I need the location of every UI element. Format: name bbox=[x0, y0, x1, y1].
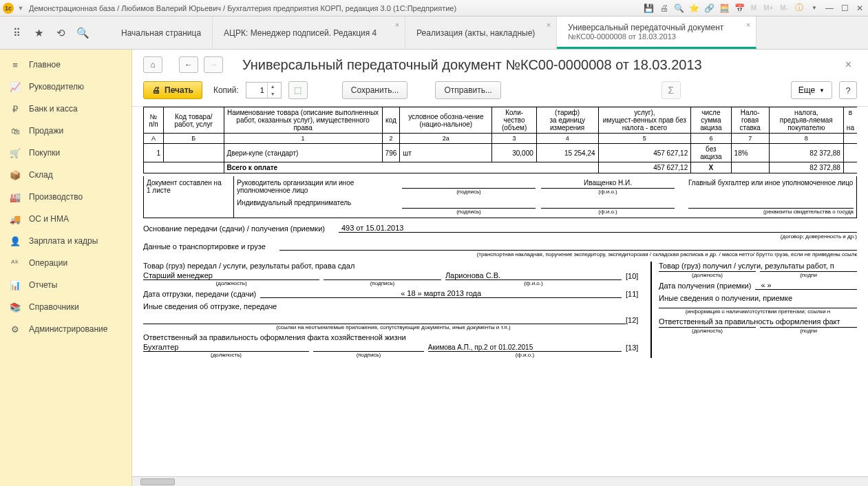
sum-button[interactable]: Σ bbox=[661, 81, 681, 99]
copies-input[interactable]: ▲▼ bbox=[246, 82, 282, 98]
info-icon[interactable]: ⓘ bbox=[794, 3, 805, 14]
maximize-icon[interactable]: ☐ bbox=[839, 3, 850, 14]
total-buyer: 82 372,88 bbox=[769, 162, 843, 173]
spin-down-icon[interactable]: ▼ bbox=[268, 90, 278, 98]
osnovanie-value: 493 от 15.01.2013 bbox=[339, 224, 857, 233]
minimize-icon[interactable]: — bbox=[824, 3, 835, 14]
sidebar-item-refs[interactable]: 📚Справочники bbox=[0, 296, 131, 318]
info-drop-icon[interactable]: ▼ bbox=[809, 3, 820, 14]
calc-icon[interactable]: 🧮 bbox=[719, 3, 730, 14]
sidebar-item-admin[interactable]: ⚙Администрирование bbox=[0, 318, 131, 340]
help-button[interactable]: ? bbox=[839, 81, 857, 99]
sidebar-label: Администрирование bbox=[29, 324, 107, 334]
cell-unit: шт bbox=[400, 144, 492, 162]
compare-icon[interactable]: 🔍 bbox=[674, 3, 685, 14]
tab-close-icon[interactable]: × bbox=[395, 21, 399, 29]
calendar-icon[interactable]: 📅 bbox=[734, 3, 745, 14]
tab-label: Реализация (акты, накладные) bbox=[416, 28, 537, 38]
m-minus-icon[interactable]: M- bbox=[779, 4, 790, 12]
m-icon[interactable]: M bbox=[750, 4, 758, 12]
back-button[interactable]: ← bbox=[179, 56, 198, 73]
print-button[interactable]: 🖨Печать bbox=[143, 81, 202, 99]
sidebar-item-reports[interactable]: 📊Отчеты bbox=[0, 274, 131, 296]
sidebar-item-salary[interactable]: 👤Зарплата и кадры bbox=[0, 230, 131, 252]
star-icon[interactable]: ★ bbox=[32, 26, 45, 40]
more-button[interactable]: Еще▼ bbox=[791, 81, 832, 99]
ssylki-right: (информация о наличии/отсутствии претенз… bbox=[659, 308, 857, 315]
sidebar-item-purchases[interactable]: 🛒Покупки bbox=[0, 142, 131, 164]
cell-code bbox=[163, 144, 224, 162]
tab-home[interactable]: Начальная страница bbox=[110, 17, 213, 49]
apps-icon[interactable]: ⠿ bbox=[10, 26, 23, 40]
idx-3: 3 bbox=[492, 134, 536, 144]
ruk-name: Иващенко Н.И. bbox=[541, 179, 675, 189]
n12: [12] bbox=[626, 316, 644, 324]
history-icon[interactable]: ⟲ bbox=[54, 26, 67, 40]
fio-left: Ларионова С.В. bbox=[445, 271, 622, 280]
forward-button[interactable]: → bbox=[204, 56, 223, 73]
table-row: 1 Двери-купе (стандарт) 796 шт 30,000 15… bbox=[144, 144, 858, 162]
sidebar-item-assets[interactable]: 🚚ОС и НМА bbox=[0, 208, 131, 230]
home-button[interactable]: ⌂ bbox=[143, 56, 162, 73]
tab-signatures[interactable]: АЦРК: Менеджер подписей. Редакция 4 × bbox=[213, 17, 405, 49]
sidebar-label: Отчеты bbox=[29, 280, 57, 290]
inye-left-label: Иные сведения об отгрузке, передаче bbox=[143, 302, 644, 310]
th-unit: условное обозна-чение (нацио-нальное) bbox=[400, 107, 492, 134]
save-icon[interactable]: 💾 bbox=[644, 3, 655, 14]
rekvizity-note: (реквизиты свидетельства о госуда bbox=[688, 209, 854, 215]
sidebar-item-warehouse[interactable]: 📦Склад bbox=[0, 164, 131, 186]
total-sum: 457 627,12 bbox=[598, 162, 691, 173]
ip-label: Индивидуальный предприниматель bbox=[237, 199, 351, 207]
podpis-note: (подпись) bbox=[402, 189, 536, 195]
th-excise: числесумма акциза bbox=[691, 107, 731, 134]
tab-tools: ⠿ ★ ⟲ 🔍 bbox=[0, 17, 110, 49]
close-icon[interactable]: ✕ bbox=[854, 3, 865, 14]
ruk-label: Руководитель организации или иное уполно… bbox=[237, 179, 354, 194]
m-plus-icon[interactable]: M+ bbox=[762, 4, 774, 12]
sidebar-label: Справочники bbox=[29, 302, 79, 312]
cell-rate: 18% bbox=[731, 144, 769, 162]
link-icon[interactable]: 🔗 bbox=[704, 3, 715, 14]
sidebar-item-operations[interactable]: ᴬᵏОперации bbox=[0, 252, 131, 274]
cell-excise: без акциза bbox=[691, 144, 731, 162]
print-label: Печать bbox=[165, 85, 193, 95]
tabstrip: ⠿ ★ ⟲ 🔍 Начальная страница АЦРК: Менедже… bbox=[0, 17, 868, 50]
sidebar: ≡Главное 📈Руководителю ₽Банк и касса 🛍Пр… bbox=[0, 50, 132, 486]
sidebar-item-production[interactable]: 🏭Производство bbox=[0, 186, 131, 208]
settings-button[interactable]: ⬚ bbox=[288, 81, 308, 99]
sidebar-item-manager[interactable]: 📈Руководителю bbox=[0, 76, 131, 98]
send-button[interactable]: Отправить... bbox=[435, 81, 501, 99]
copies-value[interactable] bbox=[246, 86, 267, 94]
print-icon[interactable]: 🖨 bbox=[659, 3, 670, 14]
scrollbar-thumb[interactable] bbox=[140, 478, 175, 485]
spin-up-icon[interactable]: ▲ bbox=[268, 83, 278, 90]
save-button[interactable]: Сохранить... bbox=[342, 81, 408, 99]
tab-realization[interactable]: Реализация (акты, накладные) × bbox=[405, 17, 557, 49]
th-kod: код bbox=[382, 107, 400, 134]
th-price: (тариф)за единицу измерения bbox=[536, 107, 598, 134]
sidebar-item-main[interactable]: ≡Главное bbox=[0, 54, 131, 76]
tab-close-icon[interactable]: × bbox=[547, 21, 551, 29]
horizontal-scrollbar[interactable] bbox=[132, 476, 868, 486]
th-rate: Нало-говая ставка bbox=[731, 107, 769, 134]
sidebar-label: Банк и касса bbox=[29, 104, 78, 114]
position-left: Старший менеджер bbox=[143, 271, 319, 280]
podpis-note: (подпись) bbox=[402, 209, 536, 215]
more-label: Еще bbox=[798, 85, 815, 95]
tab-close-icon[interactable]: × bbox=[746, 21, 750, 29]
sidebar-label: Операции bbox=[29, 258, 67, 268]
chart-icon: 📈 bbox=[10, 81, 21, 92]
favorite-icon[interactable]: ⭐ bbox=[689, 3, 700, 14]
tab-upd[interactable]: Универсальный передаточный документ №КС0… bbox=[557, 17, 756, 49]
document-close-icon[interactable]: × bbox=[840, 59, 857, 71]
ak-icon: ᴬᵏ bbox=[10, 257, 21, 268]
truck-icon: 🚚 bbox=[10, 213, 21, 224]
cell-num: 1 bbox=[144, 144, 164, 162]
dropdown-icon[interactable]: ▼ bbox=[17, 4, 25, 12]
titlebar: 1c ▼ Демонстрационная база / Любимов Вал… bbox=[0, 0, 868, 17]
date-val: « 18 » марта 2013 года bbox=[260, 289, 622, 298]
cell-qty: 30,000 bbox=[492, 144, 536, 162]
sidebar-item-sales[interactable]: 🛍Продажи bbox=[0, 120, 131, 142]
search-icon[interactable]: 🔍 bbox=[76, 26, 89, 40]
sidebar-item-bank[interactable]: ₽Банк и касса bbox=[0, 98, 131, 120]
